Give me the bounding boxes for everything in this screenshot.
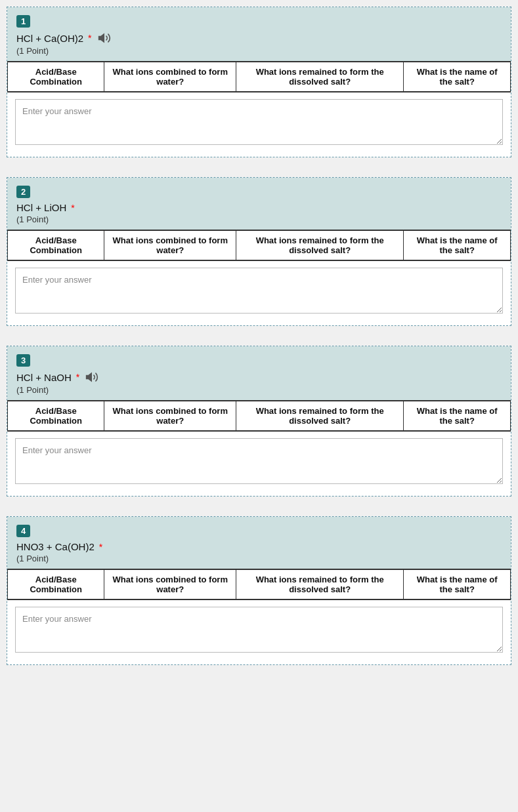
question-points-1: (1 Point)	[16, 46, 502, 56]
question-title-2: HCl + LiOH *	[16, 202, 502, 213]
question-block-3: 3 HCl + NaOH * (1 Point) Acid/Base Combi…	[7, 346, 511, 497]
col4-header-2: What is the name of the salt?	[404, 230, 511, 260]
answer-area-1	[7, 92, 511, 157]
col3-header-3: What ions remained to form the dissolved…	[236, 401, 404, 431]
table-container-1: Acid/Base Combination What ions combined…	[7, 61, 511, 92]
question-number-1: 1	[16, 15, 30, 28]
svg-marker-0	[98, 34, 104, 42]
table-container-3: Acid/Base Combination What ions combined…	[7, 400, 511, 432]
question-equation-2: HCl + LiOH	[16, 202, 66, 213]
col4-header-3: What is the name of the salt?	[404, 401, 511, 431]
col3-header-1: What ions remained to form the dissolved…	[236, 62, 404, 92]
question-title-4: HNO3 + Ca(OH)2 *	[16, 541, 502, 552]
speaker-icon-1[interactable]	[98, 31, 111, 45]
question-number-3: 3	[16, 354, 30, 367]
question-header-4: 4 HNO3 + Ca(OH)2 * (1 Point)	[7, 517, 511, 569]
question-equation-3: HCl + NaOH	[16, 372, 72, 383]
question-header-3: 3 HCl + NaOH * (1 Point)	[7, 346, 511, 400]
col4-header-1: What is the name of the salt?	[404, 62, 511, 92]
answer-textarea-2[interactable]	[15, 268, 503, 314]
answer-area-2	[7, 261, 511, 325]
col2-header-3: What ions combined to form water?	[104, 401, 236, 431]
col2-header-2: What ions combined to form water?	[104, 230, 236, 260]
question-title-3: HCl + NaOH *	[16, 371, 502, 384]
question-points-3: (1 Point)	[16, 385, 502, 395]
col1-header-1: Acid/Base Combination	[8, 62, 104, 92]
col3-header-2: What ions remained to form the dissolved…	[236, 230, 404, 260]
col2-header-4: What ions combined to form water?	[104, 569, 236, 599]
answer-textarea-1[interactable]	[15, 99, 503, 145]
table-container-2: Acid/Base Combination What ions combined…	[7, 230, 511, 261]
answer-textarea-3[interactable]	[15, 438, 503, 484]
answer-area-3	[7, 432, 511, 496]
col3-header-4: What ions remained to form the dissolved…	[236, 569, 404, 599]
question-header-2: 2 HCl + LiOH * (1 Point)	[7, 178, 511, 230]
speaker-icon-3[interactable]	[85, 371, 98, 384]
col4-header-4: What is the name of the salt?	[404, 569, 511, 599]
required-marker-3: *	[76, 372, 79, 382]
col1-header-2: Acid/Base Combination	[8, 230, 104, 260]
question-number-2: 2	[16, 186, 30, 198]
required-marker-1: *	[88, 33, 91, 43]
question-equation-4: HNO3 + Ca(OH)2	[16, 541, 95, 552]
svg-marker-1	[87, 373, 92, 381]
required-marker-2: *	[71, 203, 74, 213]
question-block-1: 1 HCl + Ca(OH)2 * (1 Point) Acid/Base Co…	[7, 7, 511, 157]
table-container-4: Acid/Base Combination What ions combined…	[7, 569, 511, 600]
question-header-1: 1 HCl + Ca(OH)2 * (1 Point)	[7, 7, 511, 61]
question-number-4: 4	[16, 525, 30, 537]
answer-area-4	[7, 600, 511, 664]
col1-header-3: Acid/Base Combination	[8, 401, 104, 431]
question-equation-1: HCl + Ca(OH)2	[16, 33, 83, 44]
col2-header-1: What ions combined to form water?	[104, 62, 236, 92]
col1-header-4: Acid/Base Combination	[8, 569, 104, 599]
question-title-1: HCl + Ca(OH)2 *	[16, 31, 502, 45]
question-block-4: 4 HNO3 + Ca(OH)2 * (1 Point) Acid/Base C…	[7, 516, 511, 665]
question-block-2: 2 HCl + LiOH * (1 Point) Acid/Base Combi…	[7, 177, 511, 326]
question-points-4: (1 Point)	[16, 554, 502, 563]
required-marker-4: *	[99, 542, 102, 552]
question-points-2: (1 Point)	[16, 214, 502, 224]
answer-textarea-4[interactable]	[15, 607, 503, 653]
